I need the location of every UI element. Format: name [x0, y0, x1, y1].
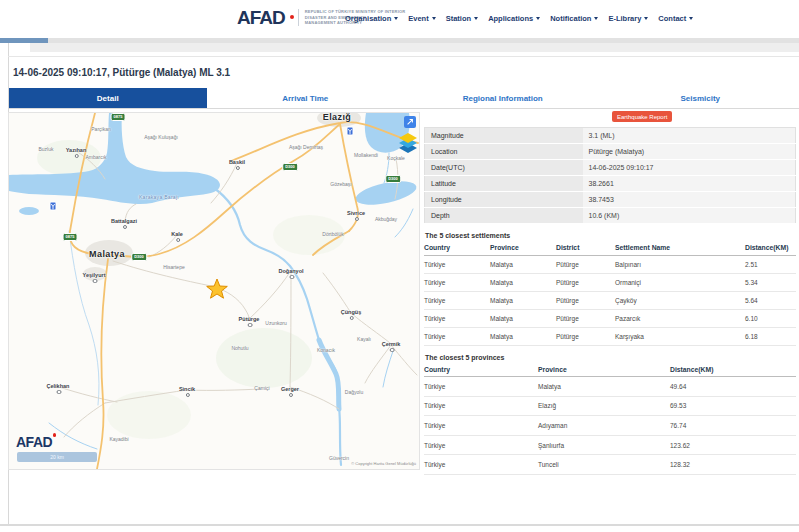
- table-cell: Malatya: [538, 377, 670, 397]
- table-cell: 6.18: [745, 327, 796, 345]
- settlements-section-title: The 5 closest settlements: [425, 232, 796, 239]
- chevron-down-icon: [394, 17, 398, 20]
- tab-arrival-time[interactable]: Arrival Time: [207, 88, 405, 108]
- detail-label: Longitude: [425, 192, 583, 208]
- event-details-table: Magnitude3.1 (ML)LocationPütürge (Malaty…: [424, 127, 796, 224]
- map-canvas[interactable]: [9, 113, 419, 469]
- chevron-down-icon: [474, 17, 478, 20]
- tab-seismicity[interactable]: Seismicity: [602, 88, 799, 108]
- small-lake: [19, 207, 39, 215]
- province-row: TürkiyeTunceli128.32: [424, 455, 796, 475]
- nav-item-contact[interactable]: Contact: [658, 14, 693, 23]
- terrain-patch: [216, 328, 312, 388]
- column-header-province: Province: [490, 240, 556, 255]
- road-shield-d300: D300: [385, 175, 401, 183]
- settlements-table: CountryProvinceDistrictSettlement NameDi…: [424, 240, 796, 346]
- detail-value: 3.1 (ML): [583, 128, 796, 144]
- table-cell: Şanlıurfa: [538, 435, 670, 455]
- table-cell: Malatya: [490, 291, 556, 309]
- table-cell: Karşıyaka: [615, 327, 745, 345]
- provinces-table: CountryProvinceDistance(KM)TürkiyeMalaty…: [424, 362, 796, 475]
- chevron-down-icon: [432, 17, 436, 20]
- table-cell: Türkiye: [424, 377, 538, 397]
- table-cell: Pütürge: [556, 309, 615, 327]
- road-shield-d300: D300: [131, 253, 147, 261]
- map-layers-icon[interactable]: [399, 133, 417, 153]
- map[interactable]: MalatyaElazığYazıhanBattalgaziYeşilyurtB…: [8, 112, 420, 470]
- column-header-province: Province: [538, 362, 670, 377]
- table-cell: Malatya: [490, 327, 556, 345]
- detail-panel: Earthquake Report Magnitude3.1 (ML)Locat…: [424, 108, 796, 475]
- province-row: TürkiyeMalatya49.64: [424, 377, 796, 397]
- table-cell: Türkiye: [424, 273, 490, 291]
- detail-row-latitude: Latitude38.2661: [425, 176, 796, 192]
- detail-label: Depth: [425, 208, 583, 224]
- table-cell: 6.10: [745, 309, 796, 327]
- nav-item-notification[interactable]: Notification: [550, 14, 598, 23]
- table-cell: Türkiye: [424, 416, 538, 436]
- map-scale-control[interactable]: 20 km: [17, 452, 97, 462]
- column-header-country: Country: [424, 240, 490, 255]
- detail-row-date-utc: Date(UTC)14-06-2025 09:10:17: [425, 160, 796, 176]
- chevron-down-icon: [536, 17, 540, 20]
- table-cell: Malatya: [490, 255, 556, 273]
- road-shield-0875: 0875: [111, 113, 126, 121]
- detail-row-depth: Depth10.6 (KM): [425, 208, 796, 224]
- nav-item-event[interactable]: Event: [408, 14, 435, 23]
- provinces-section-title: The closest 5 provinces: [425, 354, 796, 361]
- chevron-down-icon: [644, 17, 648, 20]
- table-cell: Türkiye: [424, 255, 490, 273]
- column-header-district: District: [556, 240, 615, 255]
- province-row: TürkiyeElazığ69.53: [424, 396, 796, 416]
- table-cell: Çayköy: [615, 291, 745, 309]
- afad-logo-text: AFAD: [237, 8, 285, 27]
- table-cell: Pütürge: [556, 327, 615, 345]
- terrain-patch: [107, 391, 191, 439]
- nav-item-station[interactable]: Station: [446, 14, 478, 23]
- column-header-country: Country: [424, 362, 538, 377]
- table-cell: Pütürge: [556, 255, 615, 273]
- map-fullscreen-button[interactable]: [404, 116, 416, 128]
- expand-arrow-icon: [406, 118, 414, 126]
- table-cell: 5.64: [745, 291, 796, 309]
- content-top-border: [8, 56, 799, 57]
- table-cell: Türkiye: [424, 327, 490, 345]
- scroll-subband: [30, 43, 799, 52]
- table-cell: Balpınarı: [615, 255, 745, 273]
- road-shield-d300: D300: [282, 163, 298, 171]
- junction-sign-icon: [347, 127, 354, 136]
- column-header-settlement-name: Settlement Name: [615, 240, 745, 255]
- settlement-row: TürkiyeMalatyaPütürgePazarcık6.10: [424, 309, 796, 327]
- top-header: AFAD REPUBLIC OF TÜRKİYE MINISTRY OF INT…: [0, 0, 799, 38]
- settlement-row: TürkiyeMalatyaPütürgeBalpınarı2.51: [424, 255, 796, 273]
- tab-regional-information[interactable]: Regional Information: [404, 88, 602, 108]
- earthquake-report-button[interactable]: Earthquake Report: [612, 111, 672, 122]
- table-cell: Ormaniçi: [615, 273, 745, 291]
- detail-value: 10.6 (KM): [583, 208, 796, 224]
- detail-label: Latitude: [425, 176, 583, 192]
- nav-item-e-library[interactable]: E-Library: [608, 14, 648, 23]
- epicenter-star-marker[interactable]: [207, 279, 228, 298]
- tab-bar: DetailArrival TimeRegional InformationSe…: [9, 88, 799, 109]
- road-shield-0875: 0875: [63, 233, 78, 241]
- main-nav: OrganisationEventStationApplicationsNoti…: [345, 14, 693, 23]
- logo-red-dot-icon: [290, 15, 294, 19]
- watermark-red-dot-icon: [53, 433, 57, 437]
- table-cell: Türkiye: [424, 435, 538, 455]
- terrain-patch: [273, 215, 345, 255]
- table-cell: 128.32: [670, 455, 796, 475]
- table-cell: Pazarcık: [615, 309, 745, 327]
- detail-row-longitude: Longitude38.7453: [425, 192, 796, 208]
- map-afad-watermark: AFAD: [16, 435, 52, 449]
- junction-sign-icon: [50, 202, 57, 211]
- tab-detail[interactable]: Detail: [9, 88, 207, 108]
- nav-item-organisation[interactable]: Organisation: [345, 14, 398, 23]
- detail-value: 14-06-2025 09:10:17: [583, 160, 796, 176]
- table-cell: Pütürge: [556, 291, 615, 309]
- table-cell: Türkiye: [424, 309, 490, 327]
- urban-area-yesilyurt: [83, 267, 107, 281]
- column-header-distance-km: Distance(KM): [670, 362, 796, 377]
- province-row: TürkiyeŞanlıurfa123.62: [424, 435, 796, 455]
- nav-item-applications[interactable]: Applications: [488, 14, 540, 23]
- detail-value: 38.2661: [583, 176, 796, 192]
